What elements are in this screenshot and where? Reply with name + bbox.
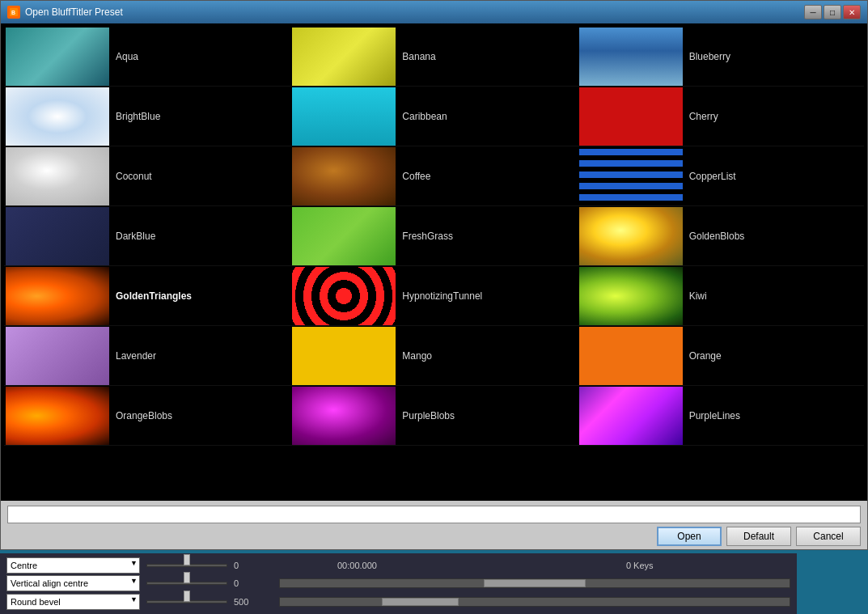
open-button[interactable]: Open: [657, 527, 722, 546]
preset-name-mango: Mango: [402, 350, 432, 362]
preset-name-lavender: Lavender: [116, 350, 156, 362]
close-button[interactable]: ✕: [843, 5, 861, 19]
preset-name-darkblue: DarkBlue: [116, 231, 155, 242]
preset-column: BlueberryCherryCopperListGoldenBlobsKiwi…: [578, 27, 864, 446]
preset-name-brightblue: BrightBlue: [116, 111, 160, 122]
preset-item-cherry[interactable]: Cherry: [578, 87, 864, 146]
preset-name-coffee: Coffee: [402, 171, 430, 182]
title-bar-left: B Open BluffTitler Preset: [7, 6, 123, 19]
preset-name-cherry: Cherry: [689, 111, 718, 122]
preset-item-darkblue[interactable]: DarkBlue: [4, 206, 290, 266]
bottom-bar: Open Default Cancel: [1, 501, 867, 549]
preset-thumbnail-lavender: [6, 327, 109, 385]
bevel-select-wrapper[interactable]: Round bevel Square bevel No bevel: [6, 594, 140, 610]
preset-thumbnail-coconut: [6, 147, 109, 205]
dialog-title: Open BluffTitler Preset: [25, 6, 123, 18]
preset-name-orange: Orange: [689, 350, 722, 362]
preset-item-coffee[interactable]: Coffee: [290, 146, 577, 206]
value-3: 500: [234, 597, 266, 607]
search-input[interactable]: [7, 506, 861, 523]
scrollbar-thumb-2[interactable]: [382, 598, 459, 606]
preset-column: AquaBrightBlueCoconutDarkBlueGoldenTrian…: [4, 27, 290, 446]
preset-thumbnail-purplelines: [579, 387, 683, 445]
preset-thumbnail-orangeblobs: [6, 387, 109, 445]
vertical-align-select-wrapper[interactable]: Vertical align centre Vertical align top…: [6, 575, 140, 591]
preset-thumbnail-purpleblobs: [292, 387, 396, 445]
minimize-button[interactable]: ─: [804, 5, 822, 19]
controls-bar: Centre Left Right 0 00:00.000 0 Keys Ver…: [0, 553, 797, 614]
vertical-align-select[interactable]: Vertical align centre Vertical align top…: [6, 575, 140, 591]
preset-thumbnail-copperlist: [579, 147, 683, 205]
preset-name-caribbean: Caribbean: [402, 111, 447, 122]
preset-grid: AquaBrightBlueCoconutDarkBlueGoldenTrian…: [4, 27, 864, 446]
preset-thumbnail-hypnotizingtunnel: [292, 267, 396, 325]
maximize-button[interactable]: □: [824, 5, 841, 19]
dialog-window: B Open BluffTitler Preset ─ □ ✕ AquaBrig…: [0, 0, 868, 550]
preset-list-container[interactable]: AquaBrightBlueCoconutDarkBlueGoldenTrian…: [1, 23, 867, 501]
preset-thumbnail-banana: [292, 28, 396, 86]
preset-item-kiwi[interactable]: Kiwi: [578, 266, 864, 326]
preset-item-hypnotizingtunnel[interactable]: HypnotizingTunnel: [290, 266, 577, 326]
scrollbar-thumb[interactable]: [484, 579, 586, 587]
preset-item-lavender[interactable]: Lavender: [4, 326, 290, 386]
search-row: [7, 506, 861, 523]
title-bar: B Open BluffTitler Preset ─ □ ✕: [1, 1, 867, 23]
value-2: 0: [234, 578, 266, 588]
scrollbar-track-2[interactable]: [279, 597, 790, 607]
keys-display: 0 Keys: [626, 561, 658, 570]
slider-1[interactable]: [146, 559, 227, 572]
control-row-2: Vertical align centre Vertical align top…: [6, 574, 790, 592]
preset-thumbnail-kiwi: [579, 267, 683, 325]
control-row-3: Round bevel Square bevel No bevel 500: [6, 593, 790, 611]
app-icon: B: [7, 6, 20, 19]
preset-name-banana: Banana: [402, 51, 435, 62]
scrollbar-track[interactable]: [279, 578, 790, 588]
preset-item-freshgrass[interactable]: FreshGrass: [290, 206, 577, 266]
preset-item-banana[interactable]: Banana: [290, 27, 577, 87]
preset-thumbnail-aqua: [6, 28, 109, 86]
preset-item-mango[interactable]: Mango: [290, 326, 577, 386]
preset-thumbnail-brightblue: [6, 87, 109, 146]
preset-column: BananaCaribbeanCoffeeFreshGrassHypnotizi…: [290, 27, 577, 446]
title-buttons: ─ □ ✕: [804, 5, 861, 19]
preset-item-coconut[interactable]: Coconut: [4, 146, 290, 206]
preset-name-copperlist: CopperList: [689, 171, 736, 182]
preset-name-kiwi: Kiwi: [689, 290, 707, 302]
preset-thumbnail-cherry: [579, 87, 683, 146]
preset-name-coconut: Coconut: [116, 171, 152, 182]
time-display: 00:00.000: [337, 561, 377, 570]
preset-item-purplelines[interactable]: PurpleLines: [578, 386, 864, 446]
slider-3[interactable]: [146, 595, 227, 608]
default-button[interactable]: Default: [726, 527, 791, 546]
preset-item-copperlist[interactable]: CopperList: [578, 146, 864, 206]
preset-thumbnail-goldenblobs: [579, 207, 683, 265]
svg-text:B: B: [11, 10, 15, 15]
slider-2[interactable]: [146, 577, 227, 590]
preset-name-orangeblobs: OrangeBlobs: [116, 410, 172, 421]
preset-thumbnail-orange: [579, 327, 683, 385]
preset-name-blueberry: Blueberry: [689, 51, 730, 62]
preset-item-orangeblobs[interactable]: OrangeBlobs: [4, 386, 290, 446]
preset-item-blueberry[interactable]: Blueberry: [578, 27, 864, 87]
bevel-select[interactable]: Round bevel Square bevel No bevel: [6, 594, 140, 610]
value-1: 0: [234, 561, 266, 570]
align-select[interactable]: Centre Left Right: [6, 557, 140, 574]
preset-thumbnail-caribbean: [292, 87, 396, 146]
preset-name-freshgrass: FreshGrass: [402, 231, 453, 242]
preset-item-purpleblobs[interactable]: PurpleBlobs: [290, 386, 577, 446]
preset-item-brightblue[interactable]: BrightBlue: [4, 87, 290, 146]
right-panel: [797, 553, 868, 614]
preset-item-aqua[interactable]: Aqua: [4, 27, 290, 87]
control-row-1: Centre Left Right 0 00:00.000 0 Keys: [6, 557, 790, 574]
preset-item-caribbean[interactable]: Caribbean: [290, 87, 577, 146]
preset-name-hypnotizingtunnel: HypnotizingTunnel: [402, 290, 482, 302]
align-select-wrapper[interactable]: Centre Left Right: [6, 557, 140, 574]
cancel-button[interactable]: Cancel: [796, 527, 861, 546]
preset-name-purpleblobs: PurpleBlobs: [402, 410, 455, 421]
preset-item-orange[interactable]: Orange: [578, 326, 864, 386]
preset-item-goldenblobs[interactable]: GoldenBlobs: [578, 206, 864, 266]
preset-name-aqua: Aqua: [116, 51, 138, 62]
preset-name-purplelines: PurpleLines: [689, 410, 740, 421]
preset-thumbnail-goldentriangles: [6, 267, 109, 325]
preset-item-goldentriangles[interactable]: GoldenTriangles: [4, 266, 290, 326]
